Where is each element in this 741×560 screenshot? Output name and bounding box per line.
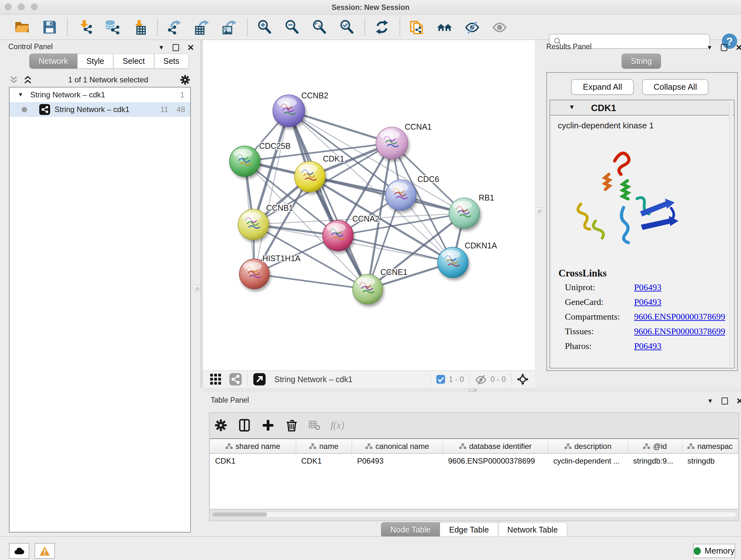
network-tree: ▼ String Network – cdk1 1 String Network… xyxy=(9,87,191,533)
column-header-database-identifier[interactable]: database identifier xyxy=(443,439,548,453)
crosslink-value-link[interactable]: P06493 xyxy=(634,297,662,307)
column-header-description[interactable]: description xyxy=(548,439,628,453)
panel-float-icon[interactable] xyxy=(173,44,179,51)
network-edge[interactable] xyxy=(289,111,367,289)
hidden-eye-icon[interactable] xyxy=(475,373,487,386)
column-header-canonical-name[interactable]: canonical name xyxy=(352,439,443,453)
export-network-button[interactable] xyxy=(165,17,185,37)
refresh-network-button[interactable] xyxy=(372,17,392,37)
zoom-fit-button[interactable] xyxy=(310,17,329,37)
toolbar-separator xyxy=(157,18,158,36)
horizontal-splitter-handle[interactable] xyxy=(468,388,477,392)
import-network-from-file-button[interactable] xyxy=(75,17,94,37)
tab-string[interactable]: String xyxy=(622,54,661,69)
network-node-cdkn1a[interactable]: CDKN1A xyxy=(437,241,497,278)
right-splitter-handle[interactable] xyxy=(536,207,542,214)
zoom-in-button[interactable] xyxy=(255,17,274,37)
panel-close-icon[interactable]: ✕ xyxy=(187,44,194,51)
network-row[interactable]: String Network – cdk1 11 48 xyxy=(10,102,190,117)
node-label: CCNB1 xyxy=(266,203,293,212)
expand-all-chevron-icon[interactable] xyxy=(23,75,32,84)
column-header-shared-name[interactable]: shared name xyxy=(210,439,296,453)
table-cell[interactable]: P06493 xyxy=(352,454,443,469)
network-node-ccna1[interactable]: CCNA1 xyxy=(376,122,432,159)
left-splitter-handle[interactable] xyxy=(194,285,200,292)
import-table-from-file-button[interactable] xyxy=(130,17,149,37)
delete-table-icon[interactable] xyxy=(308,419,320,431)
grid-view-icon[interactable] xyxy=(210,373,222,385)
show-display-button[interactable] xyxy=(489,17,509,37)
column-header--id[interactable]: @id xyxy=(628,439,682,453)
open-session-button[interactable] xyxy=(12,17,32,37)
network-canvas[interactable]: CCNB2 CCNA1 CDC25B CDK1 CDC6 RB1 CCNB1 C… xyxy=(203,40,535,370)
panel-menu-caret-icon[interactable]: ▼ xyxy=(706,44,713,51)
birds-eye-view-icon[interactable] xyxy=(516,373,529,386)
save-session-button[interactable] xyxy=(40,17,59,37)
table-row[interactable]: CDK1CDK1P064939606.ENSP00000378699cyclin… xyxy=(210,454,738,469)
delete-column-trash-icon[interactable] xyxy=(285,418,299,432)
tab-style[interactable]: Style xyxy=(77,54,114,69)
warnings-button[interactable] xyxy=(35,543,55,559)
column-header-name[interactable]: name xyxy=(296,439,352,453)
crosslink-value-link[interactable]: 9606.ENSP00000378699 xyxy=(634,312,725,321)
tab-sets[interactable]: Sets xyxy=(154,54,189,69)
crosslink-value-link[interactable]: P06493 xyxy=(634,282,662,292)
memory-button[interactable]: Memory xyxy=(693,544,735,558)
network-collection-row[interactable]: ▼ String Network – cdk1 1 xyxy=(10,87,190,102)
export-table-button[interactable] xyxy=(192,17,212,37)
panel-menu-caret-icon[interactable]: ▼ xyxy=(707,397,713,405)
show-columns-icon[interactable] xyxy=(238,418,252,432)
tab-select[interactable]: Select xyxy=(113,54,154,69)
table-cell[interactable]: stringdb:9... xyxy=(628,454,682,469)
hide-display-button[interactable] xyxy=(462,17,482,37)
collapse-caret-icon[interactable]: ▼ xyxy=(569,104,575,111)
network-node-cdk1[interactable]: CDK1 xyxy=(294,154,344,192)
tab-edge-table[interactable]: Edge Table xyxy=(440,522,498,537)
network-node-hist1h1a[interactable]: HIST1H1A xyxy=(239,254,300,289)
table-horizontal-scrollbar[interactable] xyxy=(211,512,736,517)
duplicate-network-button[interactable] xyxy=(407,17,427,37)
panel-menu-caret-icon[interactable]: ▼ xyxy=(158,44,164,51)
column-header-namespac[interactable]: namespac xyxy=(682,439,738,453)
export-image-button[interactable] xyxy=(219,17,239,37)
crosslink-value-link[interactable]: 9606.ENSP00000378699 xyxy=(634,326,725,336)
open-in-new-window-icon[interactable] xyxy=(253,373,266,386)
network-edge[interactable] xyxy=(289,111,392,143)
scrollbar-thumb[interactable] xyxy=(212,512,267,516)
hide-display-icon xyxy=(464,19,480,35)
left-splitter[interactable] xyxy=(200,40,203,388)
table-cell[interactable]: CDK1 xyxy=(296,454,352,469)
network-edge[interactable] xyxy=(254,274,367,289)
table-cell[interactable]: CDK1 xyxy=(210,454,296,469)
network-node-rb1[interactable]: RB1 xyxy=(449,193,494,229)
expand-all-button[interactable]: Expand All xyxy=(571,79,634,95)
zoom-out-button[interactable] xyxy=(282,17,302,37)
table-cell[interactable]: 9606.ENSP00000378699 xyxy=(443,454,548,469)
add-column-plus-icon[interactable] xyxy=(261,418,275,432)
network-options-gear-icon[interactable] xyxy=(179,74,191,85)
panel-float-icon[interactable] xyxy=(722,397,728,405)
protein-card-header[interactable]: ▼ CDK1 xyxy=(550,100,734,116)
network-share-icon[interactable] xyxy=(229,373,242,386)
table-cell[interactable]: cyclin-dependent ... xyxy=(548,454,628,469)
network-node-cdc25b[interactable]: CDC25B xyxy=(229,141,291,177)
tab-network[interactable]: Network xyxy=(29,54,77,69)
tab-node-table[interactable]: Node Table xyxy=(381,522,440,537)
tree-expand-caret-icon[interactable]: ▼ xyxy=(18,91,23,98)
selected-checkbox-icon[interactable] xyxy=(436,374,446,384)
panel-close-icon[interactable]: ✕ xyxy=(736,44,741,51)
houses-button[interactable] xyxy=(434,17,455,37)
function-builder-icon[interactable]: f(x) xyxy=(330,418,351,432)
collapse-all-chevron-icon[interactable] xyxy=(9,75,18,84)
table-cell[interactable]: stringdb xyxy=(682,454,738,469)
table-options-gear-icon[interactable] xyxy=(214,418,228,432)
results-scrollbar[interactable] xyxy=(729,101,733,367)
panel-float-icon[interactable] xyxy=(721,44,727,51)
collapse-all-button[interactable]: Collapse All xyxy=(642,79,709,95)
cloud-button[interactable] xyxy=(9,543,29,559)
crosslink-value-link[interactable]: P06493 xyxy=(634,341,662,351)
import-network-from-database-button[interactable] xyxy=(102,17,122,37)
panel-close-icon[interactable]: ✕ xyxy=(736,397,741,405)
tab-network-table[interactable]: Network Table xyxy=(498,522,567,537)
zoom-selected-button[interactable] xyxy=(337,17,357,37)
